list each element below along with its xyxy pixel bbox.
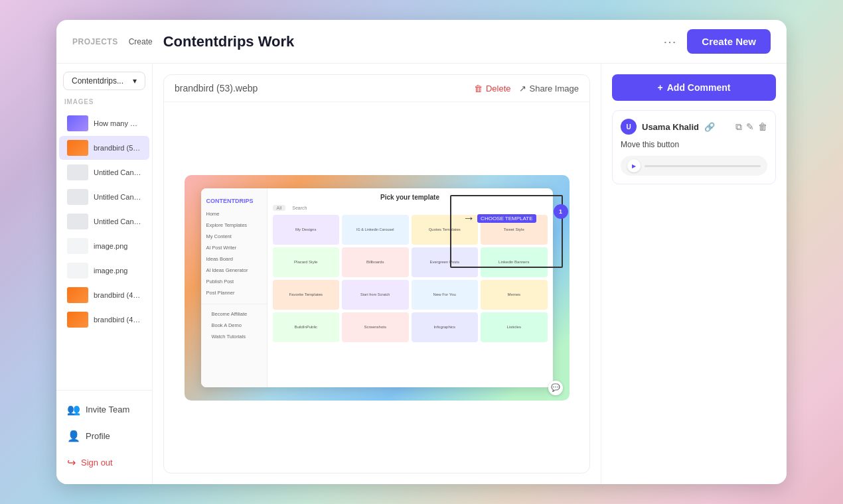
template-nav-post-writer[interactable]: Al Post Writer	[201, 242, 267, 253]
template-nav-publish[interactable]: Publish Post	[201, 276, 267, 287]
template-cell-7[interactable]: Linkedin Banners	[481, 247, 548, 277]
template-picker-title: Pick your template	[273, 194, 548, 201]
template-cell-12[interactable]: BuildInPublic	[273, 312, 340, 342]
sidebar-item-text-0: How many peop...	[94, 119, 141, 127]
sidebar-item-text-7: brandbird (44).w...	[94, 291, 141, 299]
template-cell-6[interactable]: Evergreen Posts	[412, 247, 479, 277]
sidebar-item-text-3: Untitled Canvas	[94, 193, 141, 201]
copy-comment-button[interactable]: ⧉	[735, 121, 742, 133]
sidebar-item-6[interactable]: image.png	[59, 259, 149, 283]
comment-user: U Usama Khalid 🔗	[621, 119, 715, 135]
delete-label: Delete	[486, 84, 511, 94]
template-cell-11[interactable]: Memes	[481, 280, 548, 310]
template-grid: My Designs IG & Linkedin Carousel Quotes…	[273, 215, 548, 342]
delete-comment-button[interactable]: 🗑	[758, 121, 767, 132]
sidebar-item-sign-out[interactable]: ↪ Sign out	[59, 450, 149, 475]
sidebar-item-profile[interactable]: 👤 Profile	[59, 423, 149, 449]
share-label: Share Image	[530, 84, 579, 94]
comment-action-icons: ⧉ ✎ 🗑	[735, 121, 767, 133]
link-icon: 🔗	[704, 122, 715, 132]
create-new-button[interactable]: Create New	[687, 29, 771, 54]
template-cell-1[interactable]: IG & Linkedin Carousel	[342, 215, 409, 245]
sidebar-item-4[interactable]: Untitled Canvas	[59, 210, 149, 233]
tab-all[interactable]: All	[273, 205, 286, 211]
sidebar-bottom: 👥 Invite Team 👤 Profile ↪ Sign out	[56, 390, 152, 476]
add-comment-label: Add Comment	[667, 82, 731, 93]
project-dropdown-label: Contentdrips...	[72, 76, 123, 86]
sidebar-items-list: How many peop... brandbird (53).w... Unt…	[56, 111, 152, 390]
template-cell-5[interactable]: Billboards	[342, 247, 409, 277]
sidebar-item-8[interactable]: brandbird (42).w...	[59, 308, 149, 332]
header-left: PROJECTS Create	[72, 37, 153, 46]
profile-icon: 👤	[67, 430, 80, 442]
template-cell-10[interactable]: New For You	[412, 280, 479, 310]
sidebar-thumb-7	[67, 287, 88, 303]
project-dropdown[interactable]: Contentdrips... ▾	[63, 72, 145, 90]
template-cell-14[interactable]: Infographics	[412, 312, 479, 342]
sidebar-item-text-8: brandbird (42).w...	[94, 316, 141, 324]
template-nav-home[interactable]: Home	[201, 208, 267, 220]
template-cell-9[interactable]: Start from Scratch	[342, 280, 409, 310]
invite-team-icon: 👥	[67, 403, 80, 416]
sidebar-thumb-8	[67, 312, 88, 328]
canvas-chat-icon[interactable]: 💬	[548, 381, 563, 395]
comment-panel: + Add Comment U Usama Khalid 🔗 ⧉ ✎ 🗑	[601, 64, 787, 484]
comment-audio-player: ▶	[621, 156, 767, 176]
template-nav-ideas-gen[interactable]: Al Ideas Generator	[201, 265, 267, 276]
template-nav-demo[interactable]: Book A Demo	[206, 320, 262, 331]
header: PROJECTS Create Contentdrips Work ⋯ Crea…	[56, 20, 787, 64]
chevron-down-icon: ▾	[133, 76, 137, 86]
template-nav-planner[interactable]: Post Planner	[201, 287, 267, 298]
template-cell-13[interactable]: Screenshots	[342, 312, 409, 342]
template-nav-affiliate[interactable]: Become Affiliate	[206, 308, 262, 320]
sidebar-thumb-1	[67, 140, 88, 156]
template-nav-content[interactable]: My Content	[201, 231, 267, 242]
edit-comment-button[interactable]: ✎	[746, 121, 754, 132]
sidebar: Contentdrips... ▾ IMAGES How many peop..…	[56, 64, 153, 484]
tab-search[interactable]: Search	[288, 205, 311, 211]
comment-header: U Usama Khalid 🔗 ⧉ ✎ 🗑	[621, 119, 767, 135]
share-icon: ↗	[519, 84, 526, 94]
audio-play-button[interactable]: ▶	[627, 159, 641, 172]
sidebar-item-0[interactable]: How many peop...	[59, 111, 149, 135]
template-cell-0[interactable]: My Designs	[273, 215, 340, 245]
template-cell-4[interactable]: Placard Style	[273, 247, 340, 277]
create-top-button[interactable]: Create	[129, 37, 153, 46]
sidebar-item-2[interactable]: Untitled Canvas	[59, 160, 149, 184]
image-panel-header: brandbird (53).webp 🗑 Delete ↗ Share Ima…	[164, 75, 589, 102]
projects-label: PROJECTS	[72, 37, 118, 46]
sidebar-thumb-0	[67, 115, 88, 131]
sidebar-item-1[interactable]: brandbird (53).w...	[59, 136, 149, 160]
page-title: Contentdrips Work	[163, 33, 653, 50]
comment-text: Move this button	[621, 140, 767, 149]
main-content: brandbird (53).webp 🗑 Delete ↗ Share Ima…	[153, 64, 601, 484]
sidebar-thumb-6	[67, 263, 88, 279]
template-sidebar: CONTENTDRIPS Home Explore Templates My C…	[201, 188, 268, 387]
template-cell-8[interactable]: Favorite Templates	[273, 280, 340, 310]
more-options-icon[interactable]: ⋯	[663, 34, 676, 50]
sidebar-item-text-2: Untitled Canvas	[94, 168, 141, 176]
comment-card: U Usama Khalid 🔗 ⧉ ✎ 🗑 Move this button …	[612, 110, 776, 184]
sign-out-icon: ↪	[67, 456, 76, 469]
images-section-label: IMAGES	[56, 98, 152, 111]
template-nav-explore[interactable]: Explore Templates	[201, 220, 267, 231]
add-comment-button[interactable]: + Add Comment	[612, 74, 776, 101]
sign-out-label: Sign out	[81, 458, 113, 468]
share-image-button[interactable]: ↗ Share Image	[519, 84, 579, 94]
sidebar-item-3[interactable]: Untitled Canvas	[59, 185, 149, 209]
sidebar-item-5[interactable]: image.png	[59, 234, 149, 258]
image-actions: 🗑 Delete ↗ Share Image	[474, 84, 579, 94]
delete-button[interactable]: 🗑 Delete	[474, 84, 511, 94]
sidebar-item-invite-team[interactable]: 👥 Invite Team	[59, 397, 149, 422]
sidebar-thumb-2	[67, 164, 88, 180]
trash-icon: 🗑	[474, 84, 483, 94]
profile-label: Profile	[86, 431, 110, 441]
template-nav-tutorials[interactable]: Watch Tutorials	[206, 331, 262, 342]
template-nav-ideas[interactable]: Ideas Board	[201, 253, 267, 265]
template-cell-15[interactable]: Listicles	[481, 312, 548, 342]
template-tabs: All Search	[273, 205, 548, 211]
arrow-indicator: → CHOOSE TEMPLATE	[463, 212, 536, 225]
sidebar-item-7[interactable]: brandbird (44).w...	[59, 283, 149, 307]
audio-progress-bar	[645, 165, 761, 167]
body: Contentdrips... ▾ IMAGES How many peop..…	[56, 64, 787, 484]
